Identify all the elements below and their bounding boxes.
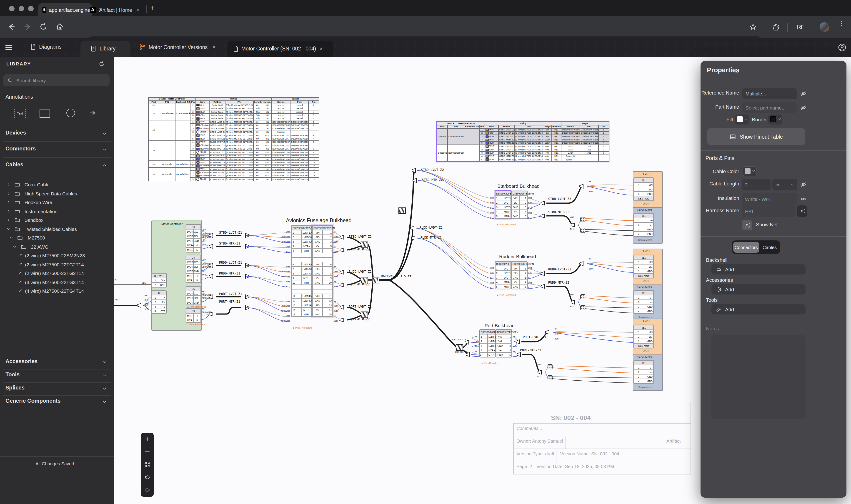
cable-label[interactable]: RUDD-LVDT-Z3	[548, 268, 571, 271]
cable-color-dropdown[interactable]	[743, 166, 757, 176]
sidebar-section-generic-components[interactable]: Generic Components	[0, 396, 114, 407]
pinout-table[interactable]: Source: Motor ControllerWiringTargetPort…	[148, 97, 319, 181]
new-tab-button[interactable]: +	[150, 4, 155, 13]
sidebar-section-connectors[interactable]: Connectors	[0, 144, 114, 156]
pinout-row[interactable]: J2DB25-femaleExample Backshell1WHTMotor …	[148, 107, 319, 110]
doc-tab-versions[interactable]: Motor Controller Versions ✕	[139, 43, 216, 51]
redo-button[interactable]	[141, 484, 154, 496]
harness-focus-button[interactable]	[797, 205, 808, 217]
connector-pin-row[interactable]: 2V+	[634, 370, 654, 374]
connector-table[interactable]: J$11V+2V+3GND4GND	[634, 360, 654, 383]
connector-pin-row[interactable]: 3GND	[634, 339, 654, 343]
accessories-add-button[interactable]: Add	[711, 284, 805, 294]
connector-pin-row[interactable]: 3GND	[634, 374, 654, 379]
connector-pin-row[interactable]: 1V+	[634, 365, 654, 370]
connector-header[interactable]: D38999/20FB98SN	[495, 262, 511, 266]
cone-label[interactable]: STBD-LVDT-Z2	[421, 168, 444, 172]
connector-pin-row[interactable]: GND5	[512, 214, 527, 218]
chevron-down-icon[interactable]	[734, 70, 740, 75]
refresh-library-icon[interactable]	[99, 61, 105, 67]
annotation-circle-tool[interactable]	[66, 109, 75, 117]
connector-table[interactable]: D38999/20FB98SN1LVDT-EXC2LVDT-SIG3LVDT-G…	[495, 191, 511, 219]
close-doc-tab-icon[interactable]: ✕	[212, 44, 216, 50]
tree-item[interactable]: 22 AWG	[0, 242, 114, 251]
connector-pin-row[interactable]: VIN11	[313, 294, 333, 298]
connector-pin-row[interactable]: 2LVDT-SIG	[291, 235, 312, 239]
connector-pin-row[interactable]: 5MTR+	[291, 244, 312, 248]
connector-pin-row[interactable]: 3GND	[634, 269, 654, 273]
pinout-row[interactable]: J41WHTRUDD-LVDT-Z1(3 wire) M27500-22TG3T…	[148, 140, 319, 144]
connector-header[interactable]: D38999/20FC35SN	[313, 226, 333, 230]
avionics-title[interactable]: Avionics Fuselage Bulkhead	[286, 218, 352, 223]
reference-name-input[interactable]: Multiple...	[742, 88, 797, 99]
cone-label[interactable]: RUDD-LVDT-Z2	[420, 226, 443, 230]
raceway-label[interactable]: Raceway - 3.5 ft	[381, 275, 412, 278]
visibility-off-icon[interactable]	[800, 181, 806, 188]
connector-pin-row[interactable]: GND15	[313, 312, 333, 317]
connector-pin-row[interactable]: LVDT-EXC1	[186, 229, 201, 234]
tree-item[interactable]: Twisted Shielded Cables	[0, 225, 114, 233]
cone-label[interactable]: PORT-LVDT-Z2	[349, 305, 372, 309]
connector-header[interactable]: D38999/20FB98SN	[495, 191, 511, 196]
connector-table[interactable]: J$11VIN2SIG3GNDDB9-male	[634, 325, 654, 348]
connector-pin-row[interactable]: LVDT-SIG2	[186, 295, 201, 300]
connector-header[interactable]: D38999/26FB98PN	[496, 330, 512, 334]
connector-pin-row[interactable]: 1VIN	[634, 182, 654, 187]
sidebar-section-accessories[interactable]: Accessories	[0, 357, 114, 368]
home-icon[interactable]	[55, 22, 64, 31]
connector-header[interactable]: D38999/26FB98PN	[512, 262, 527, 266]
connector-pin-row[interactable]: GND4	[313, 248, 333, 253]
connector-header[interactable]: J3	[186, 225, 201, 229]
pinout-row[interactable]: J12BLKSerial GND(Black) MIL-W-22759/16-2…	[148, 104, 319, 107]
connector-pin-row[interactable]: GND3	[512, 275, 527, 280]
connector-pin-row[interactable]: 4GND	[634, 379, 654, 383]
connector-pin-row[interactable]: GND10	[313, 280, 333, 285]
bulkhead-title[interactable]: Rudder Bulkhead	[499, 254, 536, 259]
connector-pin-row[interactable]: 2RX	[152, 300, 166, 304]
cone-label[interactable]: RUDD-LVDT-Z2	[349, 270, 372, 274]
connector-header[interactable]: J5	[186, 287, 201, 291]
connector-pin-row[interactable]: V+4	[496, 348, 512, 353]
connector-pin-row[interactable]: SIG7	[313, 267, 333, 271]
connector-pin-row[interactable]: 2SIG	[634, 334, 654, 339]
connector-pin-row[interactable]: 4MTR+	[495, 209, 511, 214]
connector-table[interactable]: J$11VIN2SIG3GNDDB9-male	[634, 255, 654, 278]
tree-item[interactable]: Coax Cable	[0, 180, 114, 189]
tab-connectors[interactable]: Connectors	[733, 242, 759, 253]
connector-table[interactable]: D38999/20FC35SNVIN1SIG2GND3V+5GND4 VIN6S…	[312, 226, 333, 317]
connector-pin-row[interactable]: VIN1	[496, 334, 512, 339]
connector-pin-row[interactable]: 10MTR-	[291, 280, 312, 285]
browser-menu-kebab-icon[interactable]: ⋮	[839, 22, 845, 25]
insulation-input[interactable]: White - WHT	[742, 193, 797, 205]
connector-table[interactable]: D38999/26FB98PNVIN1SIG2GND3V+4GND5	[496, 329, 512, 357]
chevron-down-icon[interactable]	[6, 227, 11, 231]
bulkhead-title[interactable]: Starboard Bulkhead	[497, 183, 539, 188]
connector-table[interactable]: J4LVDT-EXC1LVDT-SIG2LVDT-GND3MTR+4MTR-5	[186, 255, 201, 283]
chevron-right-icon[interactable]	[6, 182, 11, 187]
connector-table[interactable]: J1 (PWR)1VIN2GND	[152, 273, 166, 287]
tab-diagrams[interactable]: Diagrams	[30, 43, 61, 50]
cable-label[interactable]: PORT-MTR-Z3	[520, 349, 541, 352]
tab-library[interactable]: Library	[81, 41, 130, 57]
cable-label[interactable]: RUDD-MTR-Z3	[548, 281, 569, 285]
connector-pin-row[interactable]: MTR-5	[186, 318, 201, 322]
tree-item[interactable]: High Speed Data Cables	[0, 189, 114, 198]
connector-pin-row[interactable]: 4CTS	[152, 309, 166, 313]
connector-pin-row[interactable]: GND5	[512, 284, 527, 289]
zoom-window-icon[interactable]	[28, 6, 34, 11]
connector-header[interactable]: J$1	[634, 178, 654, 182]
browser-tab-app[interactable]: A app.artifact.engineer ✕	[38, 3, 92, 16]
connector-pin-row[interactable]	[291, 289, 312, 294]
connector-pin-row[interactable]: LVDT-SIG2	[186, 234, 201, 238]
visibility-icon[interactable]	[800, 196, 806, 202]
connector-pin-row[interactable]: 2V+	[634, 222, 654, 227]
cable-label[interactable]: STBD-MTR-Z3	[548, 211, 569, 214]
reload-icon[interactable]	[39, 22, 48, 31]
connector-pin-row[interactable]: GND5	[496, 353, 512, 357]
connectors-cables-segmented[interactable]: ConnectorsCables	[732, 240, 780, 254]
backshell-add-button[interactable]: Add	[711, 264, 805, 274]
back-icon[interactable]	[7, 22, 16, 31]
profile-avatar[interactable]	[820, 22, 829, 32]
pinout-row[interactable]: D38999/26FB98PND38999/26FB98PN1WHTSTBD-L…	[437, 145, 609, 148]
cone-label[interactable]: STBD-LVDT-Z2	[349, 235, 372, 239]
